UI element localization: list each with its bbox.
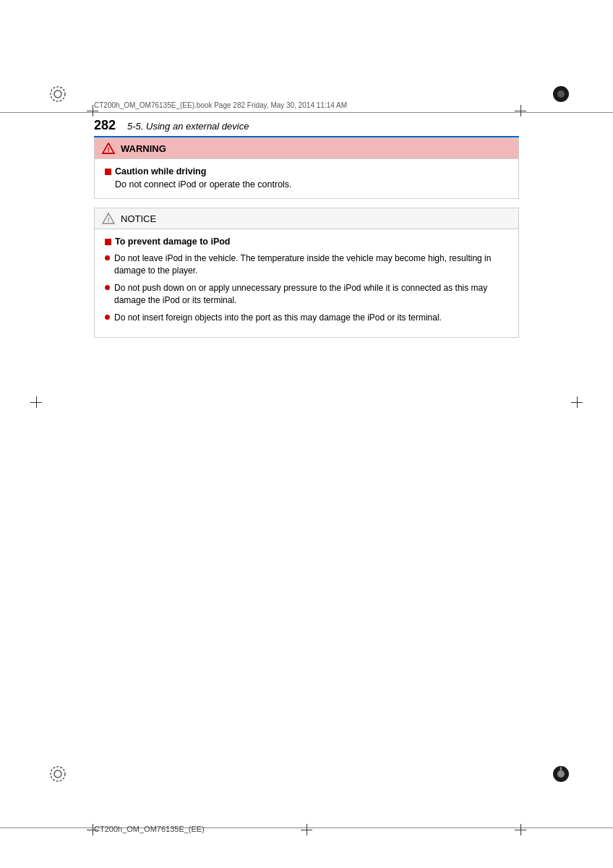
bullet-icon: [105, 285, 110, 290]
top-right-circle-mark: [552, 85, 570, 103]
svg-point-1: [51, 87, 65, 101]
svg-point-3: [557, 90, 565, 98]
notice-box: ! NOTICE To prevent damage to iPod Do no…: [94, 208, 519, 338]
warning-body: Caution while driving Do not connect iPo…: [95, 159, 518, 198]
warning-subtitle: Caution while driving: [105, 166, 508, 176]
list-item-text: Do not leave iPod in the vehicle. The te…: [114, 252, 508, 278]
list-item: Do not push down on or apply unnecessary…: [105, 282, 508, 307]
file-info: CT200h_OM_OM76135E_(EE).book Page 282 Fr…: [94, 101, 347, 109]
list-item: Do not leave iPod in the vehicle. The te…: [105, 252, 508, 278]
svg-text:!: !: [108, 146, 110, 153]
svg-point-0: [54, 90, 61, 98]
list-item-text: Do not insert foreign objects into the p…: [114, 312, 442, 324]
page-header: 282 5-5. Using an external device: [94, 118, 519, 137]
bottom-right-gear-mark: [552, 765, 570, 783]
warning-triangle-icon: !: [102, 142, 115, 154]
list-item-text: Do not push down on or apply unnecessary…: [114, 282, 508, 307]
notice-header: ! NOTICE: [95, 208, 518, 229]
notice-red-square-icon: [105, 239, 111, 245]
svg-point-4: [54, 770, 61, 778]
page-section: 5-5. Using an external device: [127, 121, 249, 132]
bullet-icon: [105, 315, 110, 320]
svg-text:!: !: [108, 216, 110, 224]
top-right-crosshair: [515, 105, 526, 116]
top-left-gear-mark: [49, 85, 67, 103]
warning-title: WARNING: [121, 143, 166, 154]
bullet-icon: [105, 255, 110, 260]
notice-triangle-icon: !: [102, 213, 115, 224]
bottom-filename: CT200h_OM_OM76135E_(EE): [94, 825, 205, 833]
notice-list: Do not leave iPod in the vehicle. The te…: [105, 252, 508, 324]
warning-body-text: Do not connect iPod or operate the contr…: [115, 179, 508, 190]
notice-subtitle: To prevent damage to iPod: [105, 237, 508, 247]
red-square-icon: [105, 169, 111, 175]
svg-point-5: [51, 767, 65, 781]
mid-left-crosshair: [30, 396, 42, 408]
notice-title: NOTICE: [121, 213, 156, 224]
mid-right-crosshair: [571, 396, 583, 408]
warning-box: ! WARNING Caution while driving Do not c…: [94, 137, 519, 199]
content-area: ! WARNING Caution while driving Do not c…: [94, 137, 519, 346]
bottom-center-crosshair: [301, 824, 312, 835]
notice-body: To prevent damage to iPod Do not leave i…: [95, 229, 518, 337]
bottom-left-gear-mark: [49, 765, 67, 783]
page-number: 282: [94, 118, 116, 133]
bottom-right-crosshair: [515, 824, 526, 835]
warning-header: ! WARNING: [95, 138, 518, 159]
list-item: Do not insert foreign objects into the p…: [105, 312, 508, 324]
